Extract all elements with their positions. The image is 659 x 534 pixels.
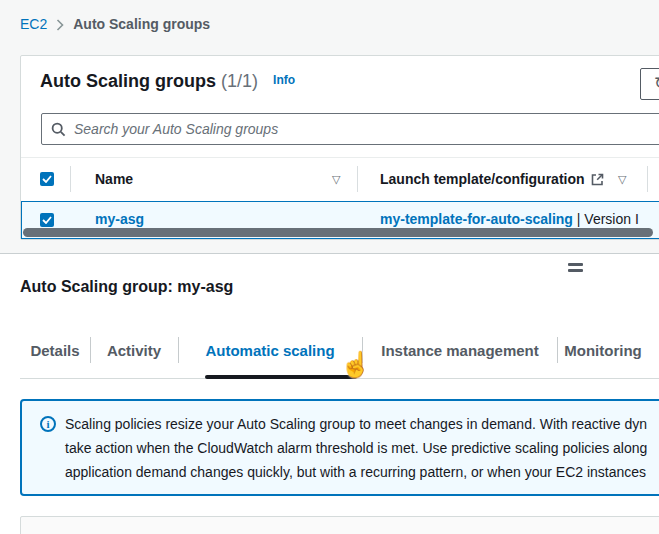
alert-line: Scaling policies resize your Auto Scalin… xyxy=(65,412,647,436)
tab-divider xyxy=(557,337,558,363)
search-icon xyxy=(51,122,66,137)
alert-text: Scaling policies resize your Auto Scalin… xyxy=(65,412,647,483)
column-header-name[interactable]: Name xyxy=(95,171,133,187)
info-link[interactable]: Info xyxy=(273,73,295,87)
tab-instance-management[interactable]: Instance management xyxy=(381,342,539,359)
launch-template-link[interactable]: my-template-for-auto-scaling xyxy=(380,211,573,227)
refresh-icon: ↻ xyxy=(654,74,659,93)
breadcrumb-current: Auto Scaling groups xyxy=(73,16,210,32)
list-page-section: EC2 Auto Scaling groups Auto Scaling gro… xyxy=(0,0,659,253)
search-box xyxy=(41,113,659,145)
list-title: Auto Scaling groups (1/1) Info xyxy=(40,71,295,92)
tab-details[interactable]: Details xyxy=(30,342,79,359)
tab-automatic-scaling[interactable]: Automatic scaling xyxy=(205,342,334,359)
tab-divider xyxy=(90,337,91,363)
sort-icon-launch-template[interactable]: ▽ xyxy=(618,173,626,186)
active-tab-underline xyxy=(205,375,357,379)
breadcrumb-chevron-icon xyxy=(56,19,64,31)
checkmark-icon xyxy=(42,216,52,224)
list-title-text: Auto Scaling groups xyxy=(40,71,216,91)
scaling-policies-info-alert: i Scaling policies resize your Auto Scal… xyxy=(20,399,659,496)
column-divider xyxy=(357,166,358,192)
tab-divider xyxy=(178,337,179,363)
breadcrumb: EC2 Auto Scaling groups xyxy=(20,16,210,32)
info-icon: i xyxy=(40,416,56,432)
tab-monitoring[interactable]: Monitoring xyxy=(564,342,641,359)
external-link-icon[interactable] xyxy=(591,172,604,190)
search-input[interactable] xyxy=(74,121,659,137)
asg-name-link[interactable]: my-asg xyxy=(95,211,144,227)
column-divider xyxy=(70,166,71,192)
refresh-button[interactable]: ↻ xyxy=(640,68,659,100)
split-panel-title: Auto Scaling group: my-asg xyxy=(20,278,233,296)
hand-cursor-icon: ☝ xyxy=(340,350,371,379)
column-divider xyxy=(647,166,648,192)
drag-handle-bar xyxy=(568,269,583,272)
asg-list-card: Auto Scaling groups (1/1) Info ↻ Name ▽ … xyxy=(20,55,659,240)
split-panel-drag-handle[interactable] xyxy=(568,263,583,275)
split-panel: Auto Scaling group: my-asg Details Activ… xyxy=(0,253,659,534)
sort-icon-name[interactable]: ▽ xyxy=(332,173,340,186)
checkmark-icon xyxy=(42,175,52,183)
drag-handle-bar xyxy=(568,263,583,266)
alert-line: take action when the CloudWatch alarm th… xyxy=(65,436,647,460)
table-header-row: Name ▽ Launch template/configuration ▽ xyxy=(21,158,659,201)
tab-activity[interactable]: Activity xyxy=(107,342,161,359)
breadcrumb-ec2-link[interactable]: EC2 xyxy=(20,16,47,32)
row-checkbox[interactable] xyxy=(40,213,54,227)
select-all-checkbox[interactable] xyxy=(40,172,54,186)
alert-line: application demand changes quickly, but … xyxy=(65,460,647,484)
horizontal-scrollbar-thumb[interactable] xyxy=(23,228,653,237)
launch-template-version: | Version I xyxy=(577,211,639,227)
list-counter: (1/1) xyxy=(221,71,258,91)
policies-section-card xyxy=(20,516,659,534)
column-header-launch-template[interactable]: Launch template/configuration xyxy=(380,171,585,187)
